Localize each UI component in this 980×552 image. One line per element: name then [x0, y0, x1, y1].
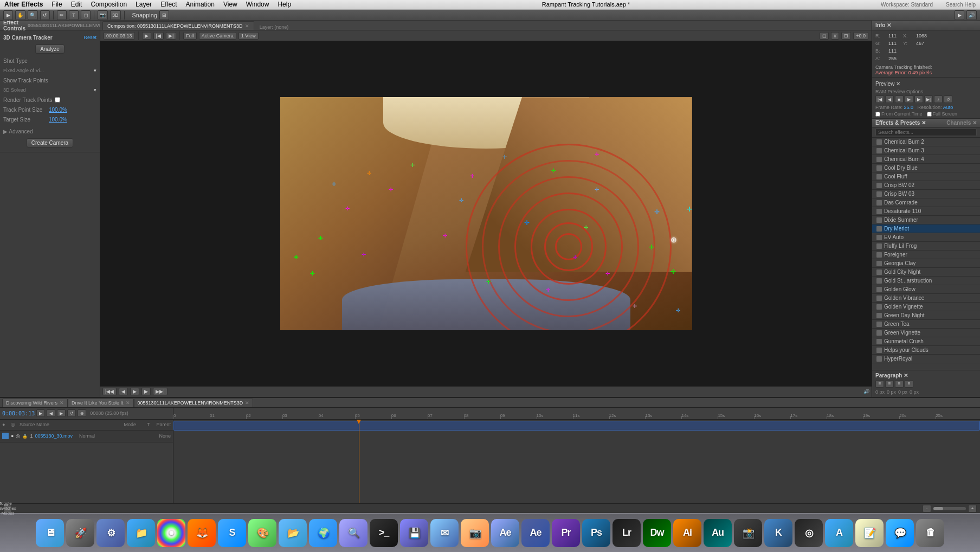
fx-item[interactable]: Golden Glow	[872, 285, 980, 294]
tl-loop[interactable]: ↺	[67, 409, 76, 417]
dock-icon-colorsync[interactable]: 🎨	[248, 519, 276, 547]
prev-frame[interactable]: ◀	[119, 388, 128, 395]
dock-icon-system-prefs[interactable]: ⚙	[96, 519, 125, 547]
full-screen-label[interactable]: Full Screen	[927, 111, 958, 117]
fx-item[interactable]: Crisp BW 02	[872, 181, 980, 190]
resolution-value[interactable]: Auto	[943, 105, 953, 110]
region-of-interest[interactable]: ⊡	[841, 32, 851, 40]
align-right[interactable]: ≡	[895, 380, 904, 388]
toolbar-select[interactable]: ▶	[3, 10, 13, 20]
dock-icon-trash[interactable]: 🗑	[916, 519, 944, 547]
align-center[interactable]: ≡	[885, 380, 894, 388]
toolbar-pen[interactable]: ✏	[57, 10, 67, 20]
tab-comp-close[interactable]: ✕	[245, 400, 249, 406]
layer-lock[interactable]: 🔒	[22, 434, 28, 439]
dock-icon-keynote[interactable]: K	[764, 519, 792, 547]
fx-item[interactable]: Green Day Night	[872, 311, 980, 320]
toolbar-hand[interactable]: ✋	[15, 10, 25, 20]
dock-icon-launchpad[interactable]: 🚀	[66, 519, 94, 547]
toggle-transparency[interactable]: ◻	[820, 32, 829, 40]
toolbar-shape[interactable]: ◻	[81, 10, 91, 20]
magnification[interactable]: Full	[183, 32, 197, 40]
toolbar-3d[interactable]: 3D	[110, 10, 121, 20]
dock-icon-chrome[interactable]: ●	[157, 519, 185, 547]
menu-file[interactable]: File	[51, 1, 62, 8]
toggle-switches[interactable]: Toggle Switches / Modes	[3, 505, 12, 512]
from-current-label[interactable]: From Current Time	[875, 111, 923, 117]
dock-icon-drive[interactable]: 💾	[400, 519, 428, 547]
justify[interactable]: ≡	[905, 380, 913, 388]
timeline-tab-1[interactable]: Discovering Wild Rivers ✕	[2, 399, 68, 407]
menu-composition[interactable]: Composition	[91, 1, 127, 8]
play-pause[interactable]: ▶	[130, 388, 139, 395]
layer-1[interactable]: ● ◎ 🔒 1 0055130_30.mov Normal None	[0, 431, 173, 442]
dock-icon-firefox[interactable]: 🦊	[188, 519, 216, 547]
fx-item[interactable]: Golden Vibrance	[872, 294, 980, 303]
dock-icon-skype[interactable]: S	[218, 519, 246, 547]
fx-item[interactable]: HyperRoyal	[872, 355, 980, 363]
active-camera[interactable]: Active Camera	[199, 32, 236, 40]
tl-zoom-out[interactable]: -	[923, 505, 931, 512]
timeline-tab-comp[interactable]: 0055130111LAKEPOWELLENVIRONMENTS3D ✕	[134, 399, 254, 407]
create-camera-button[interactable]: Create Camera	[27, 138, 73, 147]
dock-icon-photoshop[interactable]: Ps	[582, 519, 610, 547]
comp-tab-close[interactable]: ✕	[245, 23, 249, 29]
fx-item[interactable]: Helps your Clouds	[872, 346, 980, 355]
fx-item[interactable]: Cool Fluff	[872, 172, 980, 181]
menu-effect[interactable]: Effect	[160, 1, 177, 8]
fx-item[interactable]: EV Auto	[872, 233, 980, 242]
toolbar-zoom[interactable]: 🔍	[28, 10, 38, 20]
toolbar-rotate[interactable]: ↺	[40, 10, 50, 20]
fx-item[interactable]: Foreigner	[872, 251, 980, 259]
render-track-checkbox[interactable]	[55, 97, 60, 102]
dock-icon-finder[interactable]: 🖥	[36, 519, 64, 547]
channels-label[interactable]: Channels ✕	[946, 120, 977, 126]
align-left[interactable]: ≡	[875, 380, 884, 388]
dock-icon-photos[interactable]: 📷	[461, 519, 489, 547]
preview-prev[interactable]: ◀	[885, 95, 894, 103]
menu-help[interactable]: Help	[278, 1, 291, 8]
tab2-close[interactable]: ✕	[126, 400, 130, 406]
dock-icon-messages[interactable]: 💬	[886, 519, 914, 547]
play-btn[interactable]: ▶	[142, 32, 151, 40]
first-frame[interactable]: |◀◀	[102, 388, 117, 395]
dock-icon-notes[interactable]: 📝	[855, 519, 884, 547]
t-header[interactable]: T	[147, 422, 150, 427]
toolbar-text[interactable]: T	[69, 10, 79, 20]
preview-first[interactable]: |◀	[875, 95, 884, 103]
fx-item[interactable]: Green Vignette	[872, 329, 980, 337]
dock-icon-mail[interactable]: ✉	[430, 519, 459, 547]
tl-ram-preview[interactable]: ⊕	[78, 409, 86, 417]
next-frame[interactable]: ▶	[141, 388, 151, 395]
fx-item[interactable]: Dixie Summer	[872, 216, 980, 224]
dock-icon-lightroom[interactable]: Lr	[612, 519, 641, 547]
menu-animation[interactable]: Animation	[186, 1, 215, 8]
toolbar-preview[interactable]: ▶	[955, 10, 964, 20]
menu-window[interactable]: Window	[246, 1, 269, 8]
dock-icon-premiere[interactable]: Pr	[552, 519, 580, 547]
toolbar-camera[interactable]: 📷	[98, 10, 108, 20]
from-current-check[interactable]	[875, 112, 880, 117]
menu-edit[interactable]: Edit	[71, 1, 82, 8]
tl-step-fwd[interactable]: ▶	[57, 409, 66, 417]
dock-icon-earth[interactable]: 🌍	[309, 519, 337, 547]
tab1-close[interactable]: ✕	[60, 400, 64, 406]
tl-step-back[interactable]: ◀	[47, 409, 55, 417]
fx-item[interactable]: Green Tea	[872, 320, 980, 329]
preview-loop[interactable]: ↺	[944, 95, 952, 103]
fx-item[interactable]: Desaturate 110	[872, 207, 980, 216]
fx-item[interactable]: Gold St...arstruction	[872, 277, 980, 285]
time-display[interactable]: 00:00:03:13	[104, 32, 135, 40]
fx-item[interactable]: Cool Dry Blue	[872, 164, 980, 172]
dock-icon-iphoto[interactable]: 📸	[734, 519, 762, 547]
analyze-button[interactable]: Analyze	[35, 44, 65, 54]
dock-icon-ae-cc[interactable]: Ae	[491, 519, 519, 547]
tl-zoom-in[interactable]: +	[968, 505, 977, 512]
preview-next[interactable]: ▶	[914, 95, 923, 103]
toolbar-snap-toggle[interactable]: ⊞	[159, 10, 169, 20]
fx-item[interactable]: Chemical Burn 4	[872, 155, 980, 164]
dock-icon-dreamweaver[interactable]: Dw	[643, 519, 671, 547]
reset-link[interactable]: Reset	[83, 35, 96, 40]
preview-play[interactable]: ▶	[905, 95, 913, 103]
layer-eye[interactable]: ●	[11, 433, 14, 439]
